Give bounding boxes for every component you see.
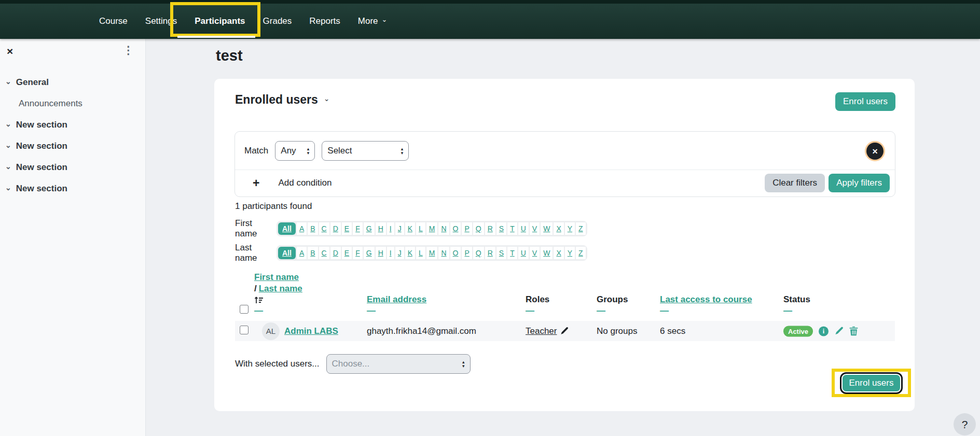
match-type-select[interactable]: Any ▴▾ bbox=[275, 141, 315, 161]
alphabet-letter-N[interactable]: N bbox=[438, 222, 449, 235]
collapse-status-column[interactable]: — bbox=[783, 306, 792, 316]
with-selected-select[interactable]: Choose... ▴▾ bbox=[326, 354, 471, 374]
alphabet-letter-D[interactable]: D bbox=[330, 247, 341, 259]
alphabet-letter-T[interactable]: T bbox=[507, 222, 517, 235]
alphabet-letter-P[interactable]: P bbox=[462, 247, 472, 259]
alphabet-letter-H[interactable]: H bbox=[376, 222, 386, 235]
tab-reports[interactable]: Reports bbox=[300, 4, 349, 39]
alphabet-letter-U[interactable]: U bbox=[518, 247, 529, 259]
alphabet-letter-S[interactable]: S bbox=[496, 222, 506, 235]
sidebar-item-new-section[interactable]: ⌄New section bbox=[0, 135, 145, 157]
alphabet-letter-H[interactable]: H bbox=[376, 247, 386, 259]
user-role-link[interactable]: Teacher bbox=[526, 326, 557, 336]
plus-icon[interactable]: + bbox=[253, 176, 259, 190]
alphabet-letter-U[interactable]: U bbox=[518, 222, 529, 235]
enrolment-info-icon[interactable]: i bbox=[819, 326, 829, 336]
alphabet-letter-Z[interactable]: Z bbox=[576, 222, 586, 235]
help-button[interactable]: ? bbox=[954, 413, 976, 435]
sort-ascending-icon[interactable] bbox=[254, 296, 264, 307]
alphabet-letter-A[interactable]: A bbox=[297, 247, 307, 259]
alphabet-all[interactable]: All bbox=[278, 222, 296, 235]
sort-last-access-link[interactable]: Last access to course bbox=[660, 294, 752, 305]
alphabet-letter-R[interactable]: R bbox=[485, 247, 495, 259]
alphabet-letter-A[interactable]: A bbox=[297, 222, 307, 235]
sidebar-item-new-section[interactable]: ⌄New section bbox=[0, 178, 145, 199]
chevron-down-icon[interactable]: ⌄ bbox=[5, 164, 11, 169]
collapse-email-column[interactable]: — bbox=[367, 306, 376, 316]
alphabet-letter-I[interactable]: I bbox=[387, 222, 394, 235]
alphabet-letter-M[interactable]: M bbox=[426, 222, 438, 235]
alphabet-letter-Y[interactable]: Y bbox=[565, 222, 575, 235]
enrol-users-top-button[interactable]: Enrol users bbox=[835, 92, 895, 111]
chevron-down-icon[interactable]: ⌄ bbox=[5, 79, 11, 84]
collapse-last-access-column[interactable]: — bbox=[660, 306, 669, 316]
alphabet-all[interactable]: All bbox=[278, 247, 296, 259]
remove-filter-row-button[interactable]: ✕ bbox=[866, 143, 884, 160]
alphabet-letter-X[interactable]: X bbox=[554, 247, 563, 259]
alphabet-letter-J[interactable]: J bbox=[395, 247, 404, 259]
alphabet-letter-J[interactable]: J bbox=[395, 222, 404, 235]
chevron-down-icon[interactable]: ⌄ bbox=[5, 121, 11, 126]
tab-grades[interactable]: Grades bbox=[254, 4, 301, 39]
user-profile-link[interactable]: Admin LABS bbox=[284, 326, 338, 336]
sidebar-item-new-section[interactable]: ⌄New section bbox=[0, 157, 145, 178]
alphabet-letter-D[interactable]: D bbox=[330, 222, 341, 235]
tab-more[interactable]: More⌄ bbox=[349, 4, 396, 39]
tab-participants[interactable]: Participants bbox=[186, 4, 254, 39]
alphabet-letter-V[interactable]: V bbox=[530, 222, 540, 235]
sort-first-name-link[interactable]: First name bbox=[254, 272, 299, 282]
alphabet-letter-L[interactable]: L bbox=[416, 222, 425, 235]
alphabet-letter-G[interactable]: G bbox=[364, 247, 375, 259]
alphabet-letter-E[interactable]: E bbox=[342, 222, 352, 235]
collapse-groups-column[interactable]: — bbox=[597, 306, 605, 316]
chevron-down-icon[interactable]: ⌄ bbox=[324, 94, 330, 103]
chevron-down-icon[interactable]: ⌄ bbox=[5, 143, 11, 148]
alphabet-letter-E[interactable]: E bbox=[342, 247, 352, 259]
close-drawer-icon[interactable]: × bbox=[7, 45, 13, 58]
alphabet-letter-Q[interactable]: Q bbox=[473, 222, 484, 235]
clear-filters-button[interactable]: Clear filters bbox=[765, 174, 825, 192]
alphabet-letter-B[interactable]: B bbox=[308, 247, 318, 259]
alphabet-letter-K[interactable]: K bbox=[405, 222, 415, 235]
alphabet-letter-O[interactable]: O bbox=[450, 222, 461, 235]
alphabet-letter-Y[interactable]: Y bbox=[565, 247, 575, 259]
collapse-name-column[interactable]: — bbox=[254, 306, 263, 316]
user-avatar[interactable]: AL bbox=[262, 322, 280, 340]
sort-last-name-link[interactable]: Last name bbox=[259, 284, 302, 293]
delete-enrolment-trash-icon[interactable] bbox=[849, 327, 858, 336]
alphabet-letter-N[interactable]: N bbox=[438, 247, 449, 259]
sidebar-item-new-section[interactable]: ⌄New section bbox=[0, 114, 145, 135]
alphabet-letter-C[interactable]: C bbox=[319, 222, 329, 235]
sort-email-link[interactable]: Email address bbox=[367, 294, 426, 305]
alphabet-letter-W[interactable]: W bbox=[541, 247, 553, 259]
chevron-down-icon[interactable]: ⌄ bbox=[5, 185, 11, 190]
select-user-checkbox[interactable] bbox=[240, 326, 249, 337]
sidebar-item-general[interactable]: ⌄General bbox=[0, 72, 145, 93]
kebab-menu-icon[interactable]: ⋮ bbox=[123, 44, 134, 57]
edit-enrolment-pencil-icon[interactable] bbox=[834, 327, 844, 336]
alphabet-letter-X[interactable]: X bbox=[554, 222, 563, 235]
alphabet-letter-I[interactable]: I bbox=[387, 247, 394, 259]
tab-course[interactable]: Course bbox=[90, 4, 136, 39]
alphabet-letter-Q[interactable]: Q bbox=[473, 247, 484, 259]
apply-filters-button[interactable]: Apply filters bbox=[829, 174, 890, 192]
add-condition-link[interactable]: Add condition bbox=[278, 178, 332, 188]
tab-settings[interactable]: Settings bbox=[136, 4, 186, 39]
collapse-roles-column[interactable]: — bbox=[526, 306, 534, 316]
alphabet-letter-T[interactable]: T bbox=[507, 247, 517, 259]
alphabet-letter-B[interactable]: B bbox=[308, 222, 318, 235]
alphabet-letter-W[interactable]: W bbox=[541, 222, 553, 235]
alphabet-letter-F[interactable]: F bbox=[353, 247, 363, 259]
alphabet-letter-K[interactable]: K bbox=[405, 247, 415, 259]
sidebar-item-announcements[interactable]: Announcements bbox=[0, 93, 145, 114]
alphabet-letter-P[interactable]: P bbox=[462, 222, 472, 235]
alphabet-letter-L[interactable]: L bbox=[416, 247, 425, 259]
alphabet-letter-Z[interactable]: Z bbox=[576, 247, 586, 259]
enrol-users-bottom-button[interactable]: Enrol users bbox=[841, 374, 902, 392]
alphabet-letter-V[interactable]: V bbox=[530, 247, 540, 259]
select-all-checkbox[interactable] bbox=[240, 305, 249, 316]
alphabet-letter-S[interactable]: S bbox=[496, 247, 506, 259]
condition-type-select[interactable]: Select ▴▾ bbox=[322, 141, 409, 161]
edit-role-pencil-icon[interactable] bbox=[560, 327, 569, 335]
alphabet-letter-M[interactable]: M bbox=[426, 247, 438, 259]
